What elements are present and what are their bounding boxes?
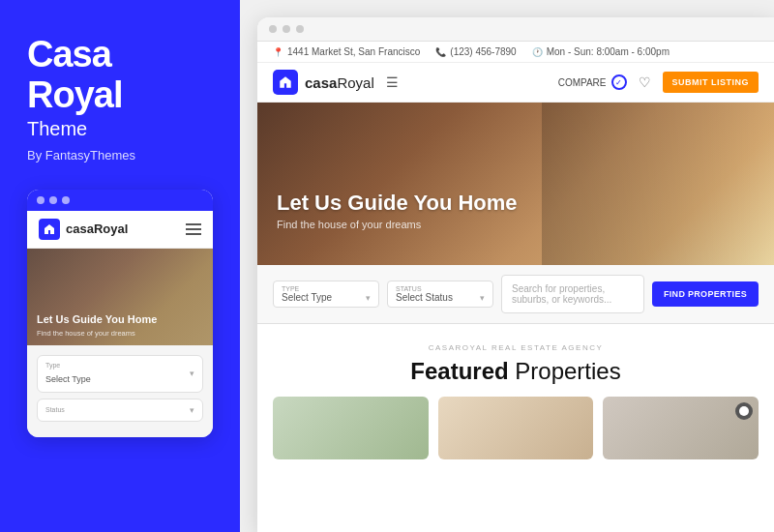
mobile-search-area: Type Select Type ▾ Status ▾ xyxy=(27,345,213,437)
location-icon: 📍 xyxy=(273,47,283,57)
desktop-dot-2 xyxy=(283,25,290,33)
heart-icon[interactable]: ♡ xyxy=(639,74,651,90)
submit-listing-button[interactable]: SUBMIT LISTING xyxy=(663,72,759,93)
desktop-logo: casaRoyal xyxy=(273,70,374,95)
mobile-status-label: Status xyxy=(45,406,65,413)
mobile-type-label: Type xyxy=(45,362,91,369)
type-value: Select Type xyxy=(282,292,332,303)
compare-check-icon: ✓ xyxy=(611,74,627,90)
mobile-type-chevron: ▾ xyxy=(190,369,194,378)
topbar-hours: 🕐 Mon - Sun: 8:00am - 6:00pm xyxy=(532,46,670,57)
right-panel: 📍 1441 Market St, San Francisco 📞 (123) … xyxy=(240,0,774,532)
mobile-nav: casaRoyal xyxy=(27,211,213,249)
mobile-logo: casaRoyal xyxy=(39,219,128,240)
desktop-dot-3 xyxy=(296,25,304,33)
desktop-hamburger-icon[interactable]: ☰ xyxy=(386,74,399,90)
topbar-phone: 📞 (123) 456-7890 xyxy=(435,46,516,57)
featured-agency-label: CASAROYAL REAL ESTATE AGENCY xyxy=(273,343,759,352)
hero-content: Let Us Guide You Home Find the house of … xyxy=(277,191,518,230)
desktop-topbar: 📍 1441 Market St, San Francisco 📞 (123) … xyxy=(257,42,774,63)
mobile-type-value: Select Type xyxy=(45,374,91,384)
hero-right-decoration xyxy=(542,103,774,265)
search-bar: Type Select Type ▾ Status Select Status … xyxy=(257,265,774,324)
mobile-logo-text: casaRoyal xyxy=(66,222,128,236)
find-properties-button[interactable]: FIND PROPERTIES xyxy=(652,281,759,307)
status-field[interactable]: Status Select Status ▾ xyxy=(387,281,493,308)
desktop-navbar: casaRoyal ☰ COMPARE ✓ ♡ SUBMIT LISTING xyxy=(257,63,774,103)
featured-section: CASAROYAL REAL ESTATE AGENCY Featured Pr… xyxy=(257,324,774,397)
status-chevron-icon: ▾ xyxy=(480,293,485,303)
mobile-type-field[interactable]: Type Select Type ▾ xyxy=(37,355,203,393)
mobile-status-chevron: ▾ xyxy=(190,405,194,415)
status-field-row: Select Status ▾ xyxy=(396,292,485,303)
navbar-right: COMPARE ✓ ♡ SUBMIT LISTING xyxy=(558,72,759,93)
type-field-row: Select Type ▾ xyxy=(282,292,371,303)
property-list xyxy=(257,397,774,471)
titlebar-dot-3 xyxy=(62,196,70,204)
mobile-logo-icon xyxy=(39,219,60,240)
mobile-hero-text: Let Us Guide You Home Find the house of … xyxy=(37,313,157,337)
titlebar-dot-2 xyxy=(49,196,57,204)
desktop-logo-text: casaRoyal xyxy=(305,74,374,91)
mobile-status-field[interactable]: Status ▾ xyxy=(37,399,203,422)
compare-button[interactable]: COMPARE ✓ xyxy=(558,74,627,90)
property-card-2[interactable] xyxy=(438,397,594,459)
titlebar-dot-1 xyxy=(37,196,45,204)
desktop-hero: Let Us Guide You Home Find the house of … xyxy=(257,103,774,265)
property-card-dot xyxy=(735,402,753,420)
brand-name: Casa Royal Theme By FantasyThemes xyxy=(27,35,213,163)
mobile-hero-title: Let Us Guide You Home xyxy=(37,313,157,326)
desktop-preview: 📍 1441 Market St, San Francisco 📞 (123) … xyxy=(257,17,774,532)
brand-title: Casa Royal xyxy=(27,35,213,116)
desktop-dot-1 xyxy=(269,25,277,33)
mobile-menu-icon[interactable] xyxy=(186,223,201,235)
compare-label: COMPARE xyxy=(558,77,607,88)
property-card-3[interactable] xyxy=(603,397,759,459)
featured-title: Featured Properties xyxy=(273,358,759,385)
desktop-titlebar xyxy=(257,17,774,42)
mobile-hero: Let Us Guide You Home Find the house of … xyxy=(27,249,213,345)
hero-title: Let Us Guide You Home xyxy=(277,191,518,216)
topbar-address: 📍 1441 Market St, San Francisco xyxy=(273,46,420,57)
status-label: Status xyxy=(396,285,485,292)
brand-subtitle: Theme xyxy=(27,118,213,140)
property-dot-inner xyxy=(739,406,749,416)
mobile-preview-card: casaRoyal Let Us Guide You Home Find the… xyxy=(27,190,213,437)
desktop-logo-icon xyxy=(273,70,298,95)
left-panel: Casa Royal Theme By FantasyThemes casaRo… xyxy=(0,0,240,532)
mobile-titlebar xyxy=(27,190,213,211)
status-value: Select Status xyxy=(396,292,453,303)
clock-icon: 🕐 xyxy=(532,47,543,57)
brand-by: By FantasyThemes xyxy=(27,148,213,163)
mobile-hero-subtitle: Find the house of your dreams xyxy=(37,329,157,338)
type-field[interactable]: Type Select Type ▾ xyxy=(273,281,379,308)
phone-icon: 📞 xyxy=(435,47,446,57)
keyword-search-input[interactable]: Search for properties, suburbs, or keywo… xyxy=(501,275,644,313)
type-label: Type xyxy=(282,285,371,292)
hero-subtitle: Find the house of your dreams xyxy=(277,219,518,230)
property-card-1[interactable] xyxy=(273,397,429,459)
type-chevron-icon: ▾ xyxy=(366,293,371,303)
